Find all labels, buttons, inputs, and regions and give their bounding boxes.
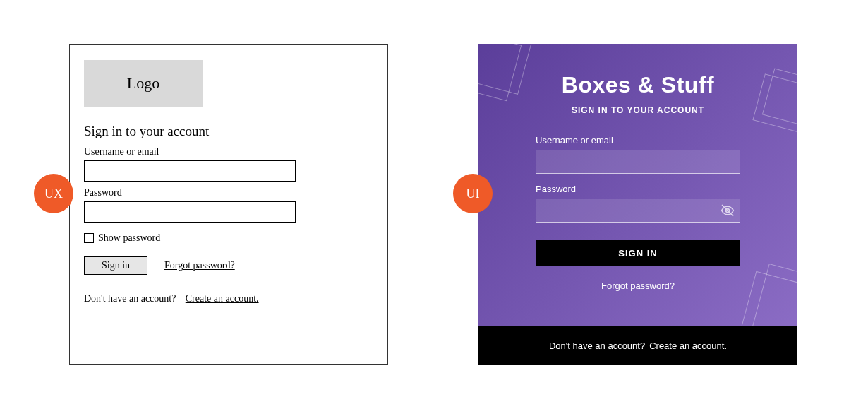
password-input[interactable] xyxy=(536,199,740,223)
no-account-text: Don't have an account? xyxy=(84,293,176,304)
brand-title: Boxes & Stuff xyxy=(478,72,797,98)
show-password-checkbox[interactable] xyxy=(84,233,94,243)
no-account-text: Don't have an account? xyxy=(549,341,645,351)
eye-off-icon[interactable] xyxy=(721,203,735,218)
signin-heading: Sign in to your account xyxy=(84,124,373,139)
ui-badge: UI xyxy=(453,174,493,213)
ux-badge: UX xyxy=(34,174,73,213)
ux-wireframe-panel: Logo Sign in to your account Username or… xyxy=(69,44,388,365)
signin-subtitle: SIGN IN TO YOUR ACCOUNT xyxy=(478,105,797,115)
username-label: Username or email xyxy=(84,146,373,158)
password-label: Password xyxy=(84,187,373,199)
cube-decoration-icon xyxy=(478,44,522,101)
username-input[interactable] xyxy=(84,160,296,182)
create-account-link[interactable]: Create an account. xyxy=(186,293,259,304)
password-label: Password xyxy=(536,184,740,194)
show-password-label: Show password xyxy=(98,232,160,244)
username-label: Username or email xyxy=(536,135,740,146)
forgot-password-link[interactable]: Forgot password? xyxy=(164,260,235,271)
forgot-password-link[interactable]: Forgot password? xyxy=(536,280,740,291)
create-account-link[interactable]: Create an account. xyxy=(649,341,727,351)
signup-footer: Don't have an account? Create an account… xyxy=(478,326,797,365)
password-input[interactable] xyxy=(84,201,296,223)
sign-in-button[interactable]: Sign in xyxy=(84,256,147,275)
ui-mockup-panel: Boxes & Stuff SIGN IN TO YOUR ACCOUNT Us… xyxy=(478,44,797,365)
username-input[interactable] xyxy=(536,150,740,174)
logo-placeholder: Logo xyxy=(84,60,203,107)
sign-in-button[interactable]: SIGN IN xyxy=(536,240,740,266)
